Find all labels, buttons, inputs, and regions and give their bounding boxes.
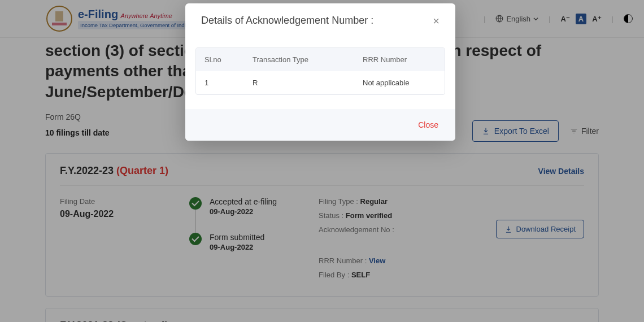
table-header-row: Sl.no Transaction Type RRR Number [196,48,445,71]
modal-title: Details of Acknowledgement Number : [201,15,373,27]
col-txn-type: Transaction Type [253,55,363,64]
cell-rrr: Not applicable [363,79,436,87]
cell-slno: 1 [204,79,253,87]
close-icon[interactable]: × [433,15,440,28]
close-button[interactable]: Close [418,120,438,129]
ack-table: Sl.no Transaction Type RRR Number 1 R No… [195,47,445,95]
cell-txn-type: R [253,79,363,87]
table-row: 1 R Not applicable [196,71,445,94]
ack-details-modal: Details of Acknowledgement Number : × Sl… [185,3,455,141]
col-slno: Sl.no [204,55,253,64]
col-rrr: RRR Number [363,55,436,64]
